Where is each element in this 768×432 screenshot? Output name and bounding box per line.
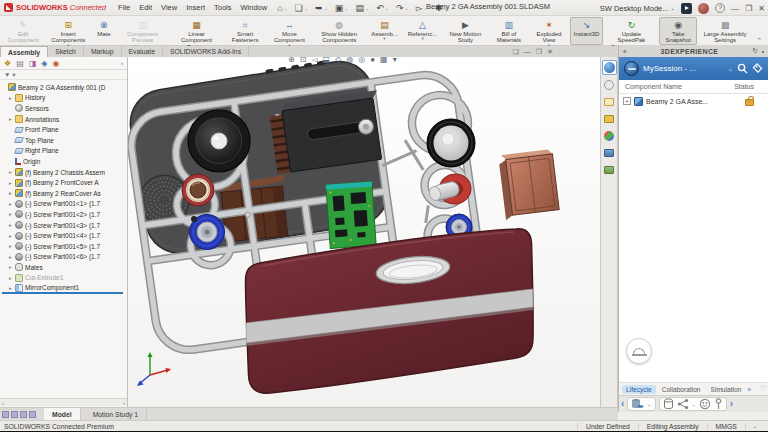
tree-item[interactable]: Front Plane — [2, 124, 127, 135]
menu-item[interactable]: Tools — [214, 3, 232, 12]
panel-tab[interactable]: Simulation — [707, 385, 746, 394]
qat-button[interactable]: ▤⌄ — [356, 3, 370, 13]
part-copper-block[interactable] — [498, 149, 560, 220]
user-avatar[interactable] — [698, 3, 709, 14]
menu-item[interactable]: Window — [240, 3, 267, 12]
refresh-icon[interactable]: ↻ — [752, 47, 757, 55]
tree-item[interactable]: (f) Beamy 2 RearCover As — [2, 188, 127, 199]
qat-button[interactable]: ➥⌄ — [315, 3, 328, 13]
taskpane-community-icon[interactable] — [602, 77, 617, 92]
commandmanager-tab[interactable]: Evaluate — [122, 46, 163, 57]
configuration-manager-tab[interactable]: ◨ — [29, 58, 37, 69]
ribbon-button[interactable]: Instant3D — [570, 17, 604, 45]
qat-button[interactable]: ❏⌄ — [295, 3, 308, 13]
tree-item[interactable]: Beamy 2 GA Assembly 001 (D — [2, 82, 127, 93]
section-view-icon[interactable]: ⬓ — [323, 57, 331, 66]
tree-item[interactable]: (-) Screw Part001<3> (1.7 — [2, 220, 127, 231]
taskpane-toolbox-icon[interactable] — [602, 111, 617, 126]
close-button[interactable]: ✕ — [758, 4, 765, 13]
tree-item[interactable]: MirrorComponent1 — [2, 283, 123, 294]
tree-item[interactable]: Sensors — [2, 103, 127, 114]
qat-button[interactable]: ▣⌄ — [335, 3, 349, 13]
tree-item[interactable]: Mates — [2, 262, 127, 273]
tree-item[interactable]: (-) Screw Part001<5> (1.7 — [2, 241, 127, 252]
tree-item[interactable]: (f) Beamy 2 FrontCover A — [2, 177, 127, 188]
tree-item[interactable]: Cut-Extrude1 — [2, 273, 127, 284]
tree-horizontal-scrollbar[interactable]: ‹ › — [0, 398, 127, 406]
ribbon-button[interactable]: Mate — [93, 17, 114, 45]
tree-item[interactable]: (f) Beamy 2 Chassis Assem — [2, 167, 127, 178]
assistant-button[interactable] — [626, 338, 652, 364]
hide-show-icon[interactable]: ◎ — [358, 57, 365, 66]
ribbon-button[interactable]: Show Hidden Components — [313, 17, 365, 45]
tag-icon[interactable] — [752, 63, 763, 74]
tree-item[interactable]: Top Plane — [2, 135, 127, 146]
ribbon-button[interactable]: Assemb... — [367, 17, 402, 45]
part-blue-surround-left[interactable] — [190, 215, 225, 250]
dimxpert-manager-tab[interactable]: ◈ — [41, 58, 47, 69]
splitter-button[interactable] — [20, 411, 27, 418]
ribbon-button[interactable]: Insert Components — [45, 17, 91, 45]
zoom-area-icon[interactable]: ⊡ — [300, 57, 307, 66]
taskpane-file-explorer-icon[interactable] — [602, 162, 617, 177]
mode-selector[interactable]: SW Desktop Mode...⌄ — [600, 4, 675, 13]
commandmanager-tab[interactable]: Markup — [84, 46, 122, 57]
part-speaker-driver-left[interactable] — [188, 110, 250, 172]
viewport-canvas[interactable] — [128, 57, 600, 407]
menu-item[interactable]: Insert — [186, 3, 205, 12]
model-tab[interactable]: Motion Study 1 — [85, 408, 147, 421]
ribbon-button[interactable]: Move Component — [268, 17, 311, 45]
tree-item[interactable]: Right Plane — [2, 146, 127, 157]
session-selector[interactable]: MySession - ... — [643, 64, 724, 73]
taskpane-design-library-icon[interactable] — [602, 94, 617, 109]
component-row[interactable]: + Beamy 2 GA Asse... — [619, 94, 768, 108]
expand-node-button[interactable]: + — [623, 97, 631, 105]
ribbon-button[interactable]: Bill of Materials — [490, 17, 528, 45]
qat-button[interactable]: ⌂⌄ — [277, 3, 288, 13]
splitter-button[interactable] — [11, 411, 18, 418]
menu-item[interactable]: Edit — [139, 3, 152, 12]
apply-scene-icon[interactable]: ▦ — [380, 57, 388, 66]
graphics-area[interactable]: ⊕⊡◅⬓◇◍◎●▦▾ — [128, 57, 600, 407]
model-tab[interactable]: Model — [44, 408, 81, 421]
panel-tab[interactable]: Lifecycle — [622, 385, 656, 394]
property-manager-tab[interactable]: ▤ — [16, 58, 24, 69]
ribbon-button[interactable]: Component Preview Window — [117, 17, 169, 45]
edit-appearance-icon[interactable]: ● — [370, 57, 375, 66]
tree-item[interactable]: Annotations — [2, 114, 127, 125]
minimize-button[interactable]: — — [731, 4, 739, 13]
database-icon[interactable] — [663, 398, 674, 410]
actions-scroll-right[interactable]: › — [730, 397, 733, 411]
help-button[interactable]: ? — [715, 3, 725, 13]
ribbon-button[interactable]: Linear Component Pattern — [171, 17, 223, 45]
3dexperience-compass-icon[interactable] — [624, 61, 639, 76]
expand-tabs-arrow[interactable]: › — [121, 58, 123, 69]
more-tabs-icon[interactable]: » — [747, 386, 751, 393]
search-icon[interactable] — [737, 63, 748, 74]
menu-item[interactable]: File — [118, 3, 130, 12]
ribbon-button[interactable]: Edit Component — [3, 17, 43, 45]
ribbon-collapse-arrow[interactable]: ⌃ — [752, 37, 766, 45]
taskpane-3dexperience-icon[interactable] — [602, 60, 617, 75]
scroll-left-arrow[interactable]: ‹ — [2, 400, 4, 406]
share-network-icon[interactable] — [677, 398, 689, 410]
doc-cascade-icon[interactable]: ❏ — [513, 48, 519, 56]
menu-item[interactable]: View — [161, 3, 177, 12]
ribbon-button[interactable]: Take Snapshot — [659, 17, 697, 45]
zoom-fit-icon[interactable]: ⊕ — [288, 57, 295, 66]
part-front-cover[interactable] — [246, 229, 534, 393]
previous-view-icon[interactable]: ◅ — [311, 57, 317, 66]
3dexperience-launcher-icon[interactable] — [681, 3, 692, 14]
ribbon-button[interactable]: Referenc... — [404, 17, 441, 45]
splitter-button[interactable] — [29, 411, 36, 418]
part-circuit-board[interactable] — [326, 181, 376, 248]
chevron-down-icon[interactable]: ⌄ — [728, 65, 733, 72]
ribbon-button[interactable]: Smart Fasteners — [225, 17, 266, 45]
favorite-icon[interactable]: ♡ — [760, 385, 766, 393]
tree-item[interactable]: (-) Screw Part001<1> (1.7 — [2, 199, 127, 210]
tree-item[interactable]: History — [2, 93, 127, 104]
pin-icon[interactable] — [714, 398, 723, 410]
data-stack-icon[interactable] — [631, 398, 644, 410]
scroll-right-arrow[interactable]: › — [123, 400, 125, 406]
dropdown-arrow-icon[interactable]: ⌄ — [647, 401, 651, 407]
